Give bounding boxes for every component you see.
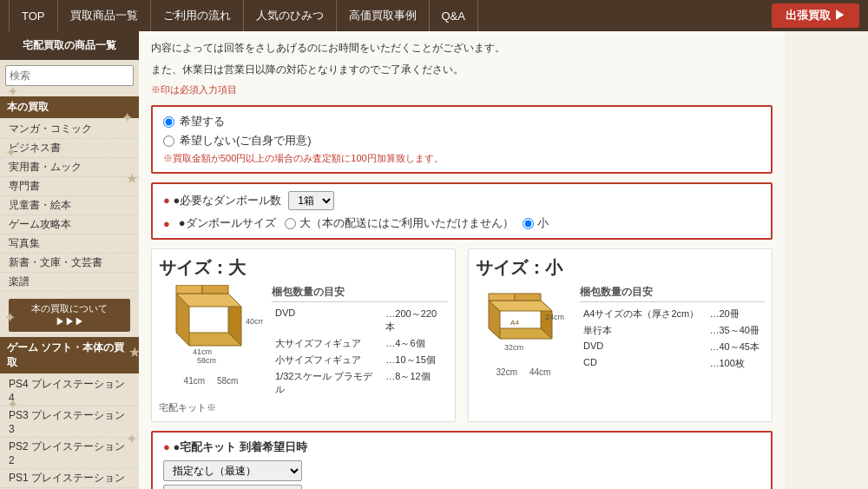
box-large-item-1: 大サイズフィギュア <box>272 335 382 352</box>
box-large-qty-1: …4～6個 <box>382 335 448 352</box>
sidebar-item-specialist[interactable]: 専門書 <box>0 177 139 196</box>
box-large-guide-title: 梱包数量の目安 <box>272 285 448 302</box>
cardboard-count-label: ● ●必要なダンボール数 <box>163 193 281 208</box>
table-row: DVD …200～220本 <box>272 306 448 335</box>
svg-marker-13 <box>489 294 515 301</box>
box-small-dims: 32cm 44cm <box>476 367 571 377</box>
nav-items: TOP 買取商品一覧 ご利用の流れ 人気のひみつ 高価買取事例 Q&A <box>9 0 765 31</box>
box-small-qty-3: …100枚 <box>706 355 764 372</box>
notice-text-1: 内容によっては回答をさしあげるのにお時間をいただくことがございます。 <box>151 40 773 56</box>
sidebar-item-paperback[interactable]: 新書・文庫・文芸書 <box>0 254 139 273</box>
sidebar-book-items: マンガ・コミック ビジネス書 実用書・ムック 専門書 児童書・絵本 ゲーム攻略本… <box>0 118 139 294</box>
table-row: CD …100枚 <box>580 355 765 372</box>
size-large-label[interactable]: 大（本の配送にはご利用いただけません） <box>285 215 514 231</box>
size-large-text: 大（本の配送にはご利用いただけません） <box>299 215 514 231</box>
sidebar-item-ps2[interactable]: PS2 プレイステーション2 <box>0 438 139 469</box>
boxes-section: サイズ：大 <box>151 248 773 422</box>
svg-marker-4 <box>176 285 202 294</box>
cardboard-count-select[interactable]: 1箱 2箱 3箱 <box>288 191 334 210</box>
deco-star-3: ✦ <box>5 144 16 161</box>
box-large-info: 梱包数量の目安 DVD …200～220本 大サイズフィギュア …4～6個 <box>272 285 448 398</box>
sidebar-item-practical[interactable]: 実用書・ムック <box>0 158 139 177</box>
kit-no-label[interactable]: 希望しない(ご自身で用意) <box>163 133 760 149</box>
delivery-time-select[interactable]: 午前中 14時〜16時 16時〜18時 18時〜20時 19時〜21時 <box>163 485 302 489</box>
sidebar-item-childrens[interactable]: 児童書・絵本 <box>0 196 139 215</box>
box-large-diagram: 41cm 40cm 58cm 41cm 58cm 梱包数量の目安 DVD <box>159 285 448 398</box>
kit-no-radio[interactable] <box>163 135 174 147</box>
box-large-dims: 41cm 58cm <box>159 376 263 386</box>
required-note: ※印は必須入力項目 <box>151 83 773 96</box>
svg-text:41cm: 41cm <box>193 347 212 356</box>
sidebar-item-ps1[interactable]: PS1 プレイステーション <box>0 469 139 488</box>
nav-qa[interactable]: Q&A <box>430 0 478 31</box>
svg-marker-14 <box>515 294 541 301</box>
books-purchase-button[interactable]: 本の買取について ▶▶▶ <box>9 299 130 332</box>
notice-text-2: また、休業日は営業日以降の対応となりますのでご了承ください。 <box>151 62 773 78</box>
box-large-item-2: 小サイズフィギュア <box>272 352 382 368</box>
size-small-label[interactable]: 小 <box>523 215 549 231</box>
size-small-text: 小 <box>537 215 549 231</box>
deco-star-8: ✦ <box>126 431 137 447</box>
box-large: サイズ：大 <box>151 248 456 422</box>
nav-purchase-list[interactable]: 買取商品一覧 <box>58 0 151 31</box>
sidebar-item-business[interactable]: ビジネス書 <box>0 139 139 158</box>
svg-text:A4: A4 <box>510 319 519 327</box>
size-bullet: ● <box>163 217 170 230</box>
delivery-date-select[interactable]: 指定なし（最速） 翌日 翌々日 <box>163 460 302 481</box>
box-small-item-2: DVD <box>580 339 707 355</box>
box-small-svg: A4 32cm 24cm 32cm 44cm <box>476 285 571 377</box>
table-row: 1/32スケール プラモデル …8～12個 <box>272 368 448 398</box>
search-input[interactable] <box>5 65 134 86</box>
box-large-qty-3: …8～12個 <box>382 368 448 398</box>
sidebar-section-books: 本の買取 <box>0 96 139 118</box>
sidebar-game-items: PS4 プレイステーション4 PS3 プレイステーション3 PS2 プレイステー… <box>0 373 139 489</box>
kit-yes-text: 希望する <box>180 114 225 129</box>
svg-text:32cm: 32cm <box>504 343 523 352</box>
kit-label: 宅配キット※ <box>159 401 448 414</box>
delivery-title-text: ●宅配キット 到着希望日時 <box>173 440 306 453</box>
sidebar: 宅配買取の商品一覧 ✦ ✦ ✦ ★ ✦ ★ ✦ ✦ 本の買取 マンガ・コミック … <box>0 31 139 489</box>
box-small: サイズ：小 <box>468 248 773 422</box>
sidebar-search-area <box>0 60 139 91</box>
sidebar-logo: 宅配買取の商品一覧 <box>0 31 139 60</box>
kit-yes-label[interactable]: 希望する <box>163 114 760 129</box>
svg-marker-5 <box>202 285 228 294</box>
sidebar-item-game-guide[interactable]: ゲーム攻略本 <box>0 215 139 235</box>
size-large-radio[interactable] <box>285 218 296 229</box>
box-small-guide-title: 梱包数量の目安 <box>580 285 765 302</box>
delivery-title: ● ●宅配キット 到着希望日時 <box>163 439 760 455</box>
top-navigation: TOP 買取商品一覧 ご利用の流れ 人気のひみつ 高価買取事例 Q&A 出張買取… <box>0 0 868 31</box>
box-large-svg: 41cm 40cm 58cm 41cm 58cm <box>159 285 263 386</box>
sidebar-item-manga[interactable]: マンガ・コミック <box>0 120 139 139</box>
kit-yes-radio[interactable] <box>163 116 174 128</box>
table-row: 小サイズフィギュア …10～15個 <box>272 352 448 368</box>
kit-no-text: 希望しない(ご自身で用意) <box>180 133 312 149</box>
size-small-radio[interactable] <box>523 218 534 229</box>
cardboard-size-row: ● ●ダンボールサイズ 大（本の配送にはご利用いただけません） 小 <box>163 215 760 231</box>
box-large-item-3: 1/32スケール プラモデル <box>272 368 382 398</box>
svg-text:24cm: 24cm <box>545 313 564 321</box>
table-row: 単行本 …35～40冊 <box>580 322 765 339</box>
sidebar-item-score[interactable]: 楽譜 <box>0 273 139 292</box>
cardboard-size-label: ●ダンボールサイズ <box>179 215 276 231</box>
cardboard-box: ● ●必要なダンボール数 1箱 2箱 3箱 ● ●ダンボールサイズ <box>151 182 773 240</box>
table-row: DVD …40～45本 <box>580 339 765 355</box>
svg-text:58cm: 58cm <box>197 356 216 365</box>
sidebar-item-photo[interactable]: 写真集 <box>0 235 139 254</box>
nav-high-price[interactable]: 高価買取事例 <box>337 0 430 31</box>
delivery-bullet: ● <box>163 440 170 453</box>
nav-top[interactable]: TOP <box>9 0 58 31</box>
sidebar-item-ps3[interactable]: PS3 プレイステーション3 <box>0 406 139 438</box>
box-small-info: 梱包数量の目安 A4サイズの本（厚さ2cm） …20冊 単行本 …35～40冊 <box>580 285 765 372</box>
nav-popular[interactable]: 人気のひみつ <box>244 0 337 31</box>
box-small-qty-1: …35～40冊 <box>706 322 764 339</box>
sidebar-item-ps4[interactable]: PS4 プレイステーション4 <box>0 375 139 406</box>
box-small-table: A4サイズの本（厚さ2cm） …20冊 単行本 …35～40冊 DVD …40～… <box>580 306 765 372</box>
nav-flow[interactable]: ご利用の流れ <box>151 0 244 31</box>
box-large-item-0: DVD <box>272 306 382 335</box>
box-small-item-3: CD <box>580 355 707 372</box>
visit-purchase-button[interactable]: 出張買取 ▶ <box>772 3 859 28</box>
box-small-item-0: A4サイズの本（厚さ2cm） <box>580 306 707 322</box>
delivery-section: ● ●宅配キット 到着希望日時 指定なし（最速） 翌日 翌々日 午前中 14時〜… <box>151 431 773 489</box>
box-large-qty-2: …10～15個 <box>382 352 448 368</box>
